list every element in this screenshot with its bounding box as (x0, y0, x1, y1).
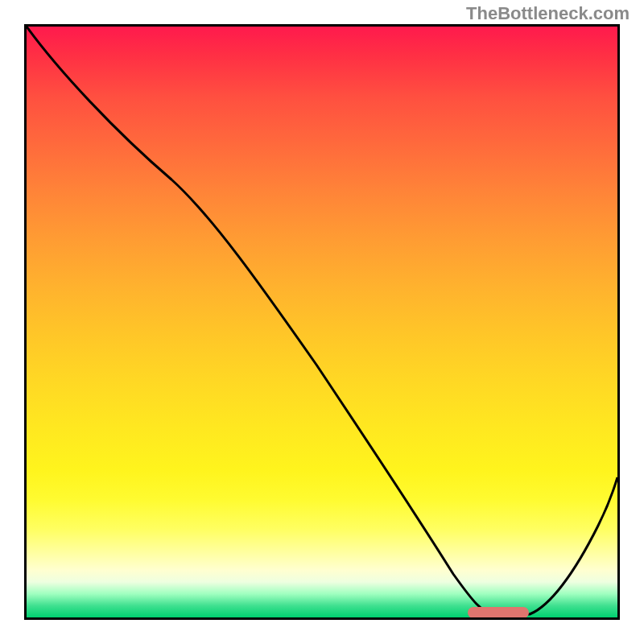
chart-container: TheBottleneck.com (0, 0, 644, 644)
optimal-range-marker (468, 607, 529, 618)
curve-path (27, 27, 617, 614)
plot-frame (24, 24, 620, 620)
bottleneck-curve (27, 27, 617, 617)
watermark-text: TheBottleneck.com (466, 3, 630, 24)
